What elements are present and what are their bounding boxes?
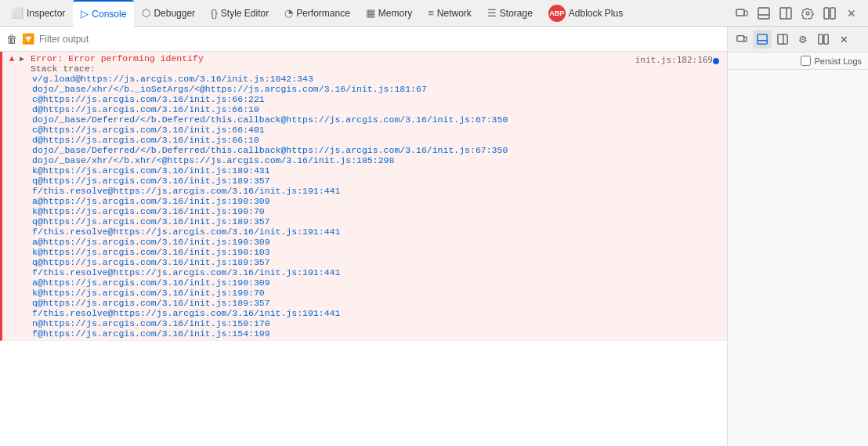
svg-rect-14: [819, 34, 823, 44]
debugger-label: Debugger: [154, 8, 195, 19]
layout-responsive-button[interactable]: [732, 3, 752, 24]
filter-icon: 🔽: [22, 33, 34, 45]
responsive-icon: [736, 7, 748, 20]
stack-line[interactable]: a@https://js.arcgis.com/3.16/init.js:190…: [31, 196, 724, 206]
storage-label: Storage: [500, 8, 533, 19]
filter-bar: 🗑 🔽: [0, 27, 727, 52]
svg-rect-1: [744, 11, 747, 16]
stack-line[interactable]: f/this.resolve@https://js.arcgis.com/3.1…: [31, 267, 724, 277]
stack-line[interactable]: k@https://js.arcgis.com/3.16/init.js:190…: [31, 247, 724, 257]
stack-line[interactable]: q@https://js.arcgis.com/3.16/init.js:189…: [31, 257, 724, 267]
adblock-label: Adblock Plus: [569, 8, 623, 19]
stack-line[interactable]: dojo/_base/Deferred/</b.Deferred/this.ca…: [31, 145, 724, 155]
split-icon: [823, 7, 836, 20]
stack-line[interactable]: a@https://js.arcgis.com/3.16/init.js:190…: [31, 277, 724, 288]
sidebar-split-icon: [818, 34, 829, 45]
inspector-label: Inspector: [27, 8, 65, 19]
svg-rect-8: [737, 36, 744, 42]
svg-rect-10: [758, 34, 767, 44]
tab-adblock[interactable]: ABP Adblock Plus: [541, 0, 631, 27]
stack-line[interactable]: c@https://js.arcgis.com/3.16/init.js:66:…: [31, 125, 724, 135]
log-position[interactable]: init.js:182:169: [635, 55, 713, 65]
console-area: 🗑 🔽 init.js:182:169 ▲ ▶ Error: Error per…: [0, 27, 868, 446]
filter-input[interactable]: [39, 34, 721, 45]
stack-line[interactable]: k@https://js.arcgis.com/3.16/init.js:190…: [31, 206, 724, 216]
persist-logs-checkbox[interactable]: [801, 56, 811, 66]
console-label: Console: [92, 9, 126, 20]
error-message: Error: Error performing identify: [31, 53, 204, 63]
stack-line[interactable]: dojo/_base/xhr/</b._ioSetArgs/<@https://…: [31, 84, 724, 94]
stack-line[interactable]: f@https://js.arcgis.com/3.16/init.js:154…: [31, 328, 724, 339]
stack-line[interactable]: q@https://js.arcgis.com/3.16/init.js:189…: [31, 176, 724, 186]
stack-line[interactable]: k@https://js.arcgis.com/3.16/init.js:190…: [31, 288, 724, 298]
stack-line[interactable]: f/this.resolve@https://js.arcgis.com/3.1…: [31, 186, 724, 196]
network-icon: ≡: [428, 7, 434, 19]
sidebar-responsive-button[interactable]: [732, 30, 751, 49]
svg-rect-12: [778, 34, 787, 44]
stack-line[interactable]: f/this.resolve@https://js.arcgis.com/3.1…: [31, 308, 724, 318]
svg-rect-15: [824, 34, 828, 44]
tab-debugger[interactable]: ⬡ Debugger: [134, 0, 203, 27]
stack-line[interactable]: q@https://js.arcgis.com/3.16/init.js:189…: [31, 216, 724, 227]
close-devtools-button[interactable]: ✕: [841, 3, 862, 24]
tab-memory[interactable]: ▦ Memory: [358, 0, 420, 27]
stack-line[interactable]: c@https://js.arcgis.com/3.16/init.js:66:…: [31, 94, 724, 104]
stack-line[interactable]: v/g.load@https://js.arcgis.com/3.16/init…: [31, 74, 724, 84]
sidebar-panel: ⚙ ✕ Persist Logs: [727, 27, 868, 446]
tab-list: ⬜ Inspector ▷ Console ⬡ Debugger {} Styl…: [3, 0, 732, 27]
expand-error-button[interactable]: ▶: [18, 53, 29, 63]
performance-label: Performance: [296, 8, 350, 19]
tab-inspector[interactable]: ⬜ Inspector: [3, 0, 73, 27]
stack-line[interactable]: f/this.resolve@https://js.arcgis.com/3.1…: [31, 227, 724, 237]
stack-line[interactable]: d@https://js.arcgis.com/3.16/init.js:66:…: [31, 135, 724, 145]
layout-side-button[interactable]: [776, 3, 796, 24]
inspector-icon: ⬜: [11, 7, 24, 19]
stack-line[interactable]: d@https://js.arcgis.com/3.16/init.js:66:…: [31, 104, 724, 114]
stack-trace-label: Stack trace:: [31, 63, 96, 74]
console-main: 🗑 🔽 init.js:182:169 ▲ ▶ Error: Error per…: [0, 27, 727, 446]
stack-line[interactable]: dojo/_base/Deferred/</b.Deferred/this.ca…: [31, 114, 724, 125]
svg-rect-0: [736, 9, 744, 16]
settings-button[interactable]: [797, 3, 818, 24]
debugger-icon: ⬡: [142, 7, 150, 19]
scroll-indicator: [713, 58, 719, 64]
tab-network[interactable]: ≡ Network: [420, 0, 479, 27]
error-content: Error: Error performing identify Stack t…: [29, 53, 724, 339]
dock-side-icon: [779, 7, 792, 20]
stack-lines: v/g.load@https://js.arcgis.com/3.16/init…: [31, 74, 724, 339]
settings-gear-icon: [801, 7, 814, 20]
stack-line[interactable]: n@https://js.arcgis.com/3.16/init.js:150…: [31, 318, 724, 328]
tab-console[interactable]: ▷ Console: [73, 0, 134, 27]
error-triangle-icon: ▲: [5, 53, 18, 63]
storage-icon: ☰: [487, 7, 497, 19]
error-log-entry: ▲ ▶ Error: Error performing identify Sta…: [0, 52, 727, 341]
adblock-badge-icon: ABP: [548, 5, 566, 22]
stack-line[interactable]: dojo/_base/xhr/</b.xhr/<@https://js.arcg…: [31, 155, 724, 165]
memory-label: Memory: [378, 8, 412, 19]
svg-rect-4: [780, 8, 791, 19]
persist-logs-label: Persist Logs: [814, 56, 862, 66]
log-content[interactable]: init.js:182:169 ▲ ▶ Error: Error perform…: [0, 52, 727, 446]
sidebar-dock-bottom-button[interactable]: [753, 30, 772, 49]
toolbar-right-buttons: ✕: [732, 3, 865, 24]
stack-line[interactable]: a@https://js.arcgis.com/3.16/init.js:190…: [31, 237, 724, 247]
sidebar-dock-bottom-icon: [757, 34, 768, 45]
layout-bottom-button[interactable]: [754, 3, 774, 24]
console-icon: ▷: [81, 8, 89, 20]
memory-icon: ▦: [366, 7, 375, 19]
split-button[interactable]: [819, 3, 840, 24]
sidebar-dock-side-icon: [777, 34, 788, 45]
tab-storage[interactable]: ☰ Storage: [479, 0, 541, 27]
devtools-toolbar: ⬜ Inspector ▷ Console ⬡ Debugger {} Styl…: [0, 0, 868, 27]
sidebar-settings-button[interactable]: ⚙: [794, 30, 812, 49]
sidebar-dock-side-button[interactable]: [773, 30, 792, 49]
sidebar-close-button[interactable]: ✕: [834, 30, 853, 49]
dock-bottom-icon: [758, 7, 770, 20]
stack-line[interactable]: q@https://js.arcgis.com/3.16/init.js:189…: [31, 298, 724, 308]
sidebar-split-button[interactable]: [814, 30, 833, 49]
stack-line[interactable]: k@https://js.arcgis.com/3.16/init.js:189…: [31, 165, 724, 176]
clear-console-button[interactable]: 🗑: [6, 33, 17, 45]
tab-performance[interactable]: ◔ Performance: [277, 0, 358, 27]
tab-style-editor[interactable]: {} Style Editor: [203, 0, 277, 27]
svg-rect-7: [830, 8, 835, 19]
